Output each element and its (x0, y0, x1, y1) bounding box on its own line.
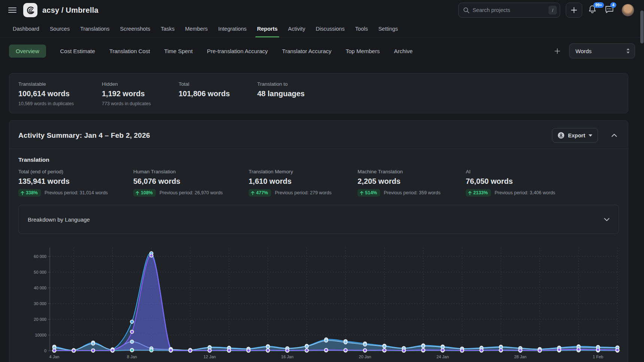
svg-text:10000: 10000 (35, 333, 46, 337)
previous-period-text: Previous period: 31,014 words (45, 190, 108, 195)
arrow-up-icon (136, 191, 139, 195)
svg-text:60 000: 60 000 (34, 254, 46, 259)
stat-change-row: 477%Previous period: 279 words (249, 189, 358, 197)
subtab-time-spent[interactable]: Time Spent (164, 48, 193, 54)
nav-tab-discussions[interactable]: Discussions (316, 20, 344, 37)
arrow-up-icon (251, 191, 255, 195)
subtab-archive[interactable]: Archive (394, 48, 413, 54)
export-label: Export (568, 133, 585, 139)
messages-count-badge: 4 (610, 2, 616, 8)
select-arrows-icon (626, 48, 630, 54)
arrow-up-icon (21, 191, 24, 195)
svg-text:16 Jan: 16 Jan (281, 355, 294, 359)
subtab-translator-accuracy[interactable]: Translator Accuracy (282, 48, 331, 54)
change-value: 108% (141, 190, 153, 195)
stat-label: Total (179, 81, 257, 87)
export-button[interactable]: Export (552, 128, 598, 143)
change-badge: 2133% (466, 189, 491, 197)
stat-change-row: 514%Previous period: 359 words (358, 189, 466, 197)
add-report-button[interactable] (552, 46, 562, 56)
nav-tab-label: Tools (355, 26, 368, 32)
overview-stat-hidden: Hidden1,192 words773 words in duplicates (102, 81, 179, 106)
subtab-translation-cost[interactable]: Translation Cost (109, 48, 150, 54)
stat-value: 2,205 words (358, 177, 466, 186)
svg-text:30 000: 30 000 (34, 301, 46, 306)
stat-note: 773 words in duplicates (102, 101, 179, 106)
overview-stat-total: Total101,806 words (179, 81, 257, 106)
overview-stat-translation-to: Translation to48 languages (257, 81, 305, 106)
activity-summary-card: Activity Summary: Jan 4 – Feb 2, 2026 Ex… (9, 120, 628, 362)
nav-tab-label: Dashboard (13, 26, 39, 32)
unit-select[interactable]: Words (569, 43, 635, 58)
nav-tab-screenshots[interactable]: Screenshots (120, 20, 151, 37)
change-value: 514% (365, 190, 377, 195)
activity-chart-container: 01000020 00030 00040 00050 00060 0004 Ja… (9, 243, 628, 362)
nav-tab-label: Translations (80, 26, 109, 32)
collapse-section-button[interactable] (609, 131, 619, 140)
plus-icon (555, 48, 560, 54)
change-value: 2133% (473, 190, 488, 195)
nav-tab-label: Reports (257, 26, 278, 32)
stat-label: Translation Memory (249, 169, 358, 174)
subtab-pre-translation-accuracy[interactable]: Pre-translation Accuracy (207, 48, 268, 54)
search-shortcut-key: / (549, 6, 557, 15)
nav-tab-reports[interactable]: Reports (257, 20, 278, 37)
create-project-button[interactable] (566, 3, 582, 18)
change-badge: 338% (18, 189, 41, 197)
subnav-actions: Words (552, 43, 635, 58)
messages-button[interactable]: 4 (605, 4, 616, 16)
user-avatar[interactable] (622, 4, 634, 16)
translation-stats-row: Total (end of period)135,941 words338%Pr… (18, 169, 619, 197)
stat-label: Machine Translation (358, 169, 466, 174)
change-badge: 108% (133, 189, 156, 197)
nav-tab-dashboard[interactable]: Dashboard (13, 20, 39, 37)
subtab-top-members[interactable]: Top Members (346, 48, 380, 54)
activity-summary-title: Activity Summary: Jan 4 – Feb 2, 2026 (18, 131, 150, 140)
search-box[interactable]: / (458, 3, 560, 18)
stat-value: 101,806 words (179, 89, 257, 98)
nav-tab-integrations[interactable]: Integrations (218, 20, 247, 37)
nav-tab-tasks[interactable]: Tasks (161, 20, 174, 37)
stat-value: 135,941 words (18, 177, 133, 186)
stat-label: Translatable (18, 81, 102, 87)
subtab-overview[interactable]: Overview (9, 45, 46, 58)
nav-tab-label: Integrations (218, 26, 247, 32)
nav-tab-label: Members (185, 26, 207, 32)
stat-value: 1,192 words (102, 89, 179, 98)
stat-value: 56,076 words (133, 177, 249, 186)
stat-change-row: 338%Previous period: 31,014 words (18, 189, 133, 197)
nav-tab-label: Activity (288, 26, 305, 32)
nav-tab-label: Screenshots (120, 26, 151, 32)
breakdown-label: Breakdown by Language (28, 216, 90, 223)
summary-stat-human-translation: Human Translation56,076 words108%Previou… (133, 169, 249, 197)
nav-tab-tools[interactable]: Tools (355, 20, 368, 37)
overview-stat-translatable: Translatable100,614 words10,569 words in… (18, 81, 102, 106)
unit-select-value: Words (575, 48, 626, 54)
nav-tab-members[interactable]: Members (185, 20, 207, 37)
activity-chart: 01000020 00030 00040 00050 00060 0004 Ja… (15, 243, 625, 362)
project-words-stats-card: Translatable100,614 words10,569 words in… (9, 73, 628, 113)
search-input[interactable] (470, 7, 549, 13)
stat-label: Hidden (102, 81, 179, 87)
search-icon (463, 7, 470, 13)
nav-tab-sources[interactable]: Sources (50, 20, 70, 37)
nav-tab-translations[interactable]: Translations (80, 20, 109, 37)
change-value: 477% (256, 190, 268, 195)
page-scrollbar-track[interactable] (640, 0, 644, 362)
stat-note: 10,569 words in duplicates (18, 101, 102, 106)
hamburger-menu-icon[interactable] (7, 4, 18, 16)
nav-tab-activity[interactable]: Activity (288, 20, 305, 37)
subtab-cost-estimate[interactable]: Cost Estimate (60, 48, 95, 54)
notifications-button[interactable]: 99+ (588, 4, 599, 16)
stat-label: Total (end of period) (18, 169, 133, 174)
breakdown-by-language-accordion[interactable]: Breakdown by Language (18, 205, 619, 234)
app-logo[interactable] (23, 3, 37, 17)
arrow-up-icon (360, 191, 364, 195)
stat-value: 76,050 words (466, 177, 555, 186)
svg-text:0: 0 (44, 349, 46, 353)
previous-period-text: Previous period: 359 words (384, 190, 440, 195)
page-scrollbar-thumb[interactable] (640, 10, 644, 43)
nav-tab-settings[interactable]: Settings (378, 20, 398, 37)
svg-text:40 000: 40 000 (34, 286, 46, 290)
plus-icon (571, 7, 577, 13)
